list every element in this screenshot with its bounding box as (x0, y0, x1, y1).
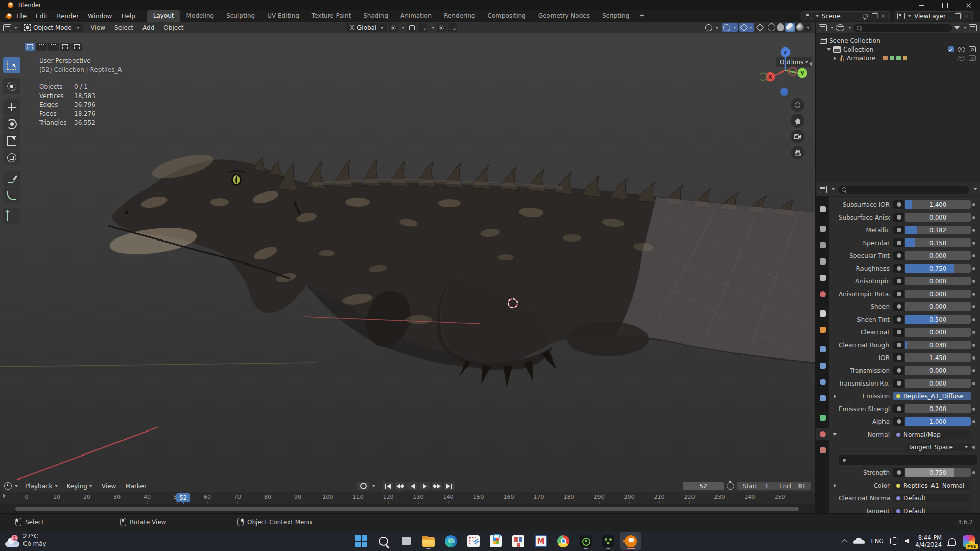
taskbar-app-task-view[interactable] (395, 532, 417, 550)
editor-type-icon[interactable] (3, 24, 11, 31)
decorator-dot[interactable] (971, 229, 977, 232)
proportional-editing-toggle[interactable] (437, 23, 446, 32)
properties-tab-particles[interactable] (816, 360, 829, 372)
filter-icon[interactable] (954, 26, 960, 30)
properties-tab-object-data[interactable] (816, 412, 829, 424)
socket-button[interactable] (893, 315, 904, 324)
properties-tab-texture[interactable] (816, 444, 829, 457)
socket-button[interactable] (893, 264, 904, 273)
workspace-add-tab[interactable]: + (635, 10, 649, 22)
socket-button[interactable] (893, 277, 904, 285)
jump-to-end-button[interactable] (444, 482, 455, 490)
decorator-dot[interactable] (971, 420, 977, 423)
decorator-dot[interactable] (971, 471, 977, 474)
play-reverse-button[interactable] (407, 482, 418, 490)
value-slider[interactable]: 0.000 (905, 379, 971, 388)
properties-tab-collection[interactable] (816, 307, 829, 320)
value-slider[interactable]: 0.150 (905, 238, 971, 247)
viewport-menu-select[interactable]: Select (110, 22, 138, 33)
expand-icon[interactable] (834, 56, 836, 60)
blender-menu-icon[interactable] (4, 13, 12, 19)
timeline-editor-icon[interactable] (4, 482, 12, 490)
timeline-scrollbar[interactable] (15, 507, 799, 511)
menu-help[interactable]: Help (116, 11, 139, 21)
select-mode-extend[interactable] (36, 43, 47, 51)
tool-select-box[interactable] (3, 57, 20, 73)
decorator-dot[interactable] (971, 293, 977, 296)
property-dropdown[interactable]: Tangent Space (905, 443, 971, 451)
decorator-dot[interactable] (971, 318, 977, 321)
socket-button[interactable] (893, 404, 904, 413)
taskbar-app-search[interactable] (373, 532, 394, 550)
outliner-row-armature[interactable]: Armature (816, 54, 980, 62)
outliner-row-collection[interactable]: Collection (816, 45, 980, 54)
solid-shading-button[interactable] (777, 23, 784, 31)
expand-right-icon[interactable] (831, 484, 839, 488)
tool-measure[interactable] (3, 187, 20, 203)
workspace-tab-geometry-nodes[interactable]: Geometry Nodes (532, 10, 596, 22)
properties-tab-output[interactable] (816, 239, 829, 251)
taskbar-app-file-explorer[interactable] (418, 532, 439, 550)
decorator-dot[interactable] (971, 331, 977, 334)
select-mode-subtract[interactable] (48, 43, 59, 51)
expand-down-icon[interactable] (831, 433, 839, 436)
taskbar-app-blender[interactable] (620, 532, 641, 550)
menu-file[interactable]: File (12, 11, 31, 21)
taskbar-app-green-app-2[interactable] (597, 532, 619, 550)
timeline-menu-marker[interactable]: Marker (121, 483, 150, 490)
value-slider[interactable]: 0.000 (905, 328, 971, 337)
copy-icon[interactable] (872, 13, 877, 19)
playhead-current-frame[interactable]: 52 (176, 493, 190, 502)
minimize-button[interactable] (910, 0, 933, 10)
jump-to-start-button[interactable] (383, 482, 393, 490)
menu-edit[interactable]: Edit (31, 11, 52, 21)
decorator-dot[interactable] (971, 242, 977, 245)
taskbar-app-green-app-1[interactable] (575, 532, 596, 550)
pivot-point-button[interactable] (389, 23, 398, 32)
start-frame-field[interactable]: Start1 (737, 482, 774, 490)
weather-widget[interactable]: 1 27°C Có mây (4, 533, 46, 548)
auto-keying-button[interactable] (357, 482, 369, 490)
decorator-dot[interactable] (971, 356, 977, 360)
camera-icon[interactable] (969, 46, 976, 52)
outliner-editor-icon[interactable] (819, 24, 827, 31)
socket-button[interactable] (893, 353, 904, 362)
viewlayer-name[interactable]: ViewLayer (911, 13, 953, 20)
socket-button[interactable] (893, 238, 904, 247)
decorator-dot[interactable] (971, 267, 977, 270)
overlays-toggle[interactable] (739, 23, 754, 32)
unlink-icon[interactable] (881, 14, 886, 18)
orientation-dropdown[interactable]: Global (346, 23, 387, 32)
properties-editor-icon[interactable] (819, 186, 827, 193)
timeline-menu-keying[interactable]: Keying (63, 483, 97, 490)
socket-button[interactable] (893, 251, 904, 260)
properties-search[interactable] (838, 186, 969, 194)
taskbar-app-edge[interactable] (440, 532, 462, 550)
workspace-tab-modeling[interactable]: Modeling (180, 10, 221, 22)
rendered-shading-button[interactable] (796, 23, 804, 31)
property-field[interactable]: Reptiles_A1_Normal (893, 481, 971, 490)
timeline-menu-view[interactable]: View (98, 483, 120, 490)
select-mode-invert[interactable] (60, 43, 70, 51)
xray-toggle[interactable] (756, 23, 764, 32)
viewport-menu-add[interactable]: Add (138, 22, 159, 33)
workspace-tab-rendering[interactable]: Rendering (438, 10, 481, 22)
decorator-dot[interactable] (971, 203, 977, 206)
falloff-dropdown[interactable] (448, 23, 457, 32)
taskbar-app-snipping-tool[interactable] (463, 532, 484, 550)
value-slider[interactable]: 0.500 (905, 315, 971, 324)
tool-rotate[interactable] (3, 116, 20, 132)
unlink-icon[interactable] (964, 14, 969, 18)
viewlayer-selector[interactable]: ViewLayer (894, 11, 973, 21)
tool-transform[interactable] (3, 150, 20, 165)
properties-tab-render[interactable] (816, 223, 829, 235)
properties-tab-tool[interactable] (816, 203, 829, 215)
outliner-row-scene-collection[interactable]: Scene Collection (816, 36, 980, 45)
decorator-dot[interactable] (971, 408, 977, 411)
lizard-body[interactable] (108, 150, 815, 387)
decorator-dot[interactable] (971, 446, 977, 449)
copilot-icon[interactable]: PRE (963, 535, 975, 547)
zoom-button[interactable] (791, 98, 804, 112)
value-slider[interactable]: 0.750 (905, 468, 971, 477)
end-frame-field[interactable]: End81 (774, 482, 811, 490)
